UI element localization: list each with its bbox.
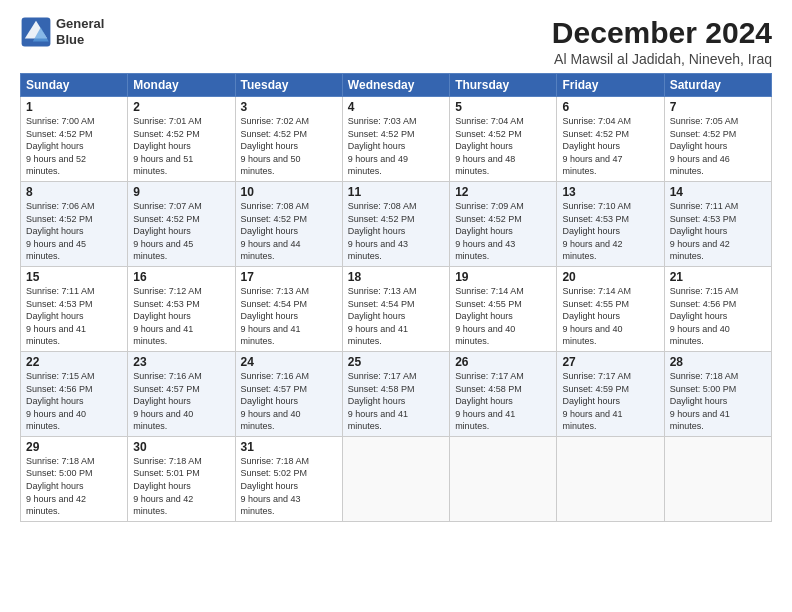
calendar-cell: 13 Sunrise: 7:10 AM Sunset: 4:53 PM Dayl… bbox=[557, 181, 664, 266]
calendar-cell: 25 Sunrise: 7:17 AM Sunset: 4:58 PM Dayl… bbox=[342, 351, 449, 436]
cell-content: Sunrise: 7:11 AM Sunset: 4:53 PM Dayligh… bbox=[26, 285, 122, 348]
calendar-cell: 14 Sunrise: 7:11 AM Sunset: 4:53 PM Dayl… bbox=[664, 181, 771, 266]
calendar-day-header: Sunday bbox=[21, 74, 128, 97]
day-number: 23 bbox=[133, 355, 229, 369]
calendar-cell: 23 Sunrise: 7:16 AM Sunset: 4:57 PM Dayl… bbox=[128, 351, 235, 436]
calendar-cell: 3 Sunrise: 7:02 AM Sunset: 4:52 PM Dayli… bbox=[235, 97, 342, 182]
calendar-cell: 5 Sunrise: 7:04 AM Sunset: 4:52 PM Dayli… bbox=[450, 97, 557, 182]
cell-content: Sunrise: 7:02 AM Sunset: 4:52 PM Dayligh… bbox=[241, 115, 337, 178]
calendar-header-row: SundayMondayTuesdayWednesdayThursdayFrid… bbox=[21, 74, 772, 97]
cell-content: Sunrise: 7:13 AM Sunset: 4:54 PM Dayligh… bbox=[348, 285, 444, 348]
cell-content: Sunrise: 7:03 AM Sunset: 4:52 PM Dayligh… bbox=[348, 115, 444, 178]
calendar-cell: 4 Sunrise: 7:03 AM Sunset: 4:52 PM Dayli… bbox=[342, 97, 449, 182]
calendar-cell: 31 Sunrise: 7:18 AM Sunset: 5:02 PM Dayl… bbox=[235, 436, 342, 521]
day-number: 10 bbox=[241, 185, 337, 199]
calendar-cell: 10 Sunrise: 7:08 AM Sunset: 4:52 PM Dayl… bbox=[235, 181, 342, 266]
calendar-week-row: 1 Sunrise: 7:00 AM Sunset: 4:52 PM Dayli… bbox=[21, 97, 772, 182]
calendar-cell: 24 Sunrise: 7:16 AM Sunset: 4:57 PM Dayl… bbox=[235, 351, 342, 436]
cell-content: Sunrise: 7:18 AM Sunset: 5:00 PM Dayligh… bbox=[670, 370, 766, 433]
calendar-week-row: 15 Sunrise: 7:11 AM Sunset: 4:53 PM Dayl… bbox=[21, 266, 772, 351]
main-title: December 2024 bbox=[552, 16, 772, 49]
cell-content: Sunrise: 7:15 AM Sunset: 4:56 PM Dayligh… bbox=[670, 285, 766, 348]
calendar-cell: 1 Sunrise: 7:00 AM Sunset: 4:52 PM Dayli… bbox=[21, 97, 128, 182]
cell-content: Sunrise: 7:00 AM Sunset: 4:52 PM Dayligh… bbox=[26, 115, 122, 178]
cell-content: Sunrise: 7:09 AM Sunset: 4:52 PM Dayligh… bbox=[455, 200, 551, 263]
calendar-cell: 26 Sunrise: 7:17 AM Sunset: 4:58 PM Dayl… bbox=[450, 351, 557, 436]
cell-content: Sunrise: 7:14 AM Sunset: 4:55 PM Dayligh… bbox=[455, 285, 551, 348]
day-number: 21 bbox=[670, 270, 766, 284]
calendar-cell: 17 Sunrise: 7:13 AM Sunset: 4:54 PM Dayl… bbox=[235, 266, 342, 351]
day-number: 28 bbox=[670, 355, 766, 369]
calendar-day-header: Monday bbox=[128, 74, 235, 97]
calendar-day-header: Saturday bbox=[664, 74, 771, 97]
day-number: 20 bbox=[562, 270, 658, 284]
cell-content: Sunrise: 7:15 AM Sunset: 4:56 PM Dayligh… bbox=[26, 370, 122, 433]
cell-content: Sunrise: 7:14 AM Sunset: 4:55 PM Dayligh… bbox=[562, 285, 658, 348]
calendar-cell bbox=[664, 436, 771, 521]
calendar-cell: 16 Sunrise: 7:12 AM Sunset: 4:53 PM Dayl… bbox=[128, 266, 235, 351]
cell-content: Sunrise: 7:17 AM Sunset: 4:59 PM Dayligh… bbox=[562, 370, 658, 433]
cell-content: Sunrise: 7:05 AM Sunset: 4:52 PM Dayligh… bbox=[670, 115, 766, 178]
calendar-cell: 15 Sunrise: 7:11 AM Sunset: 4:53 PM Dayl… bbox=[21, 266, 128, 351]
title-block: December 2024 Al Mawsil al Jadidah, Nine… bbox=[552, 16, 772, 67]
cell-content: Sunrise: 7:10 AM Sunset: 4:53 PM Dayligh… bbox=[562, 200, 658, 263]
calendar-cell: 22 Sunrise: 7:15 AM Sunset: 4:56 PM Dayl… bbox=[21, 351, 128, 436]
logo-icon bbox=[20, 16, 52, 48]
day-number: 8 bbox=[26, 185, 122, 199]
day-number: 17 bbox=[241, 270, 337, 284]
page: General Blue December 2024 Al Mawsil al … bbox=[0, 0, 792, 612]
calendar-day-header: Wednesday bbox=[342, 74, 449, 97]
cell-content: Sunrise: 7:16 AM Sunset: 4:57 PM Dayligh… bbox=[133, 370, 229, 433]
calendar-cell: 20 Sunrise: 7:14 AM Sunset: 4:55 PM Dayl… bbox=[557, 266, 664, 351]
cell-content: Sunrise: 7:08 AM Sunset: 4:52 PM Dayligh… bbox=[241, 200, 337, 263]
header: General Blue December 2024 Al Mawsil al … bbox=[20, 16, 772, 67]
day-number: 25 bbox=[348, 355, 444, 369]
cell-content: Sunrise: 7:17 AM Sunset: 4:58 PM Dayligh… bbox=[455, 370, 551, 433]
day-number: 2 bbox=[133, 100, 229, 114]
day-number: 3 bbox=[241, 100, 337, 114]
cell-content: Sunrise: 7:04 AM Sunset: 4:52 PM Dayligh… bbox=[562, 115, 658, 178]
calendar-cell: 12 Sunrise: 7:09 AM Sunset: 4:52 PM Dayl… bbox=[450, 181, 557, 266]
day-number: 6 bbox=[562, 100, 658, 114]
day-number: 19 bbox=[455, 270, 551, 284]
cell-content: Sunrise: 7:06 AM Sunset: 4:52 PM Dayligh… bbox=[26, 200, 122, 263]
day-number: 31 bbox=[241, 440, 337, 454]
day-number: 11 bbox=[348, 185, 444, 199]
calendar-week-row: 29 Sunrise: 7:18 AM Sunset: 5:00 PM Dayl… bbox=[21, 436, 772, 521]
cell-content: Sunrise: 7:01 AM Sunset: 4:52 PM Dayligh… bbox=[133, 115, 229, 178]
calendar-cell: 11 Sunrise: 7:08 AM Sunset: 4:52 PM Dayl… bbox=[342, 181, 449, 266]
cell-content: Sunrise: 7:07 AM Sunset: 4:52 PM Dayligh… bbox=[133, 200, 229, 263]
calendar-cell: 29 Sunrise: 7:18 AM Sunset: 5:00 PM Dayl… bbox=[21, 436, 128, 521]
day-number: 27 bbox=[562, 355, 658, 369]
calendar-week-row: 8 Sunrise: 7:06 AM Sunset: 4:52 PM Dayli… bbox=[21, 181, 772, 266]
calendar-table: SundayMondayTuesdayWednesdayThursdayFrid… bbox=[20, 73, 772, 522]
day-number: 29 bbox=[26, 440, 122, 454]
cell-content: Sunrise: 7:08 AM Sunset: 4:52 PM Dayligh… bbox=[348, 200, 444, 263]
day-number: 12 bbox=[455, 185, 551, 199]
day-number: 24 bbox=[241, 355, 337, 369]
day-number: 14 bbox=[670, 185, 766, 199]
calendar-cell bbox=[342, 436, 449, 521]
cell-content: Sunrise: 7:18 AM Sunset: 5:00 PM Dayligh… bbox=[26, 455, 122, 518]
calendar-cell: 7 Sunrise: 7:05 AM Sunset: 4:52 PM Dayli… bbox=[664, 97, 771, 182]
day-number: 22 bbox=[26, 355, 122, 369]
calendar-cell bbox=[450, 436, 557, 521]
calendar-cell: 28 Sunrise: 7:18 AM Sunset: 5:00 PM Dayl… bbox=[664, 351, 771, 436]
calendar-cell: 2 Sunrise: 7:01 AM Sunset: 4:52 PM Dayli… bbox=[128, 97, 235, 182]
day-number: 18 bbox=[348, 270, 444, 284]
day-number: 30 bbox=[133, 440, 229, 454]
cell-content: Sunrise: 7:12 AM Sunset: 4:53 PM Dayligh… bbox=[133, 285, 229, 348]
day-number: 15 bbox=[26, 270, 122, 284]
calendar-cell: 21 Sunrise: 7:15 AM Sunset: 4:56 PM Dayl… bbox=[664, 266, 771, 351]
calendar-week-row: 22 Sunrise: 7:15 AM Sunset: 4:56 PM Dayl… bbox=[21, 351, 772, 436]
day-number: 13 bbox=[562, 185, 658, 199]
calendar-cell: 9 Sunrise: 7:07 AM Sunset: 4:52 PM Dayli… bbox=[128, 181, 235, 266]
cell-content: Sunrise: 7:17 AM Sunset: 4:58 PM Dayligh… bbox=[348, 370, 444, 433]
cell-content: Sunrise: 7:13 AM Sunset: 4:54 PM Dayligh… bbox=[241, 285, 337, 348]
subtitle: Al Mawsil al Jadidah, Nineveh, Iraq bbox=[552, 51, 772, 67]
calendar-cell: 19 Sunrise: 7:14 AM Sunset: 4:55 PM Dayl… bbox=[450, 266, 557, 351]
calendar-cell: 8 Sunrise: 7:06 AM Sunset: 4:52 PM Dayli… bbox=[21, 181, 128, 266]
calendar-day-header: Friday bbox=[557, 74, 664, 97]
cell-content: Sunrise: 7:18 AM Sunset: 5:02 PM Dayligh… bbox=[241, 455, 337, 518]
cell-content: Sunrise: 7:16 AM Sunset: 4:57 PM Dayligh… bbox=[241, 370, 337, 433]
